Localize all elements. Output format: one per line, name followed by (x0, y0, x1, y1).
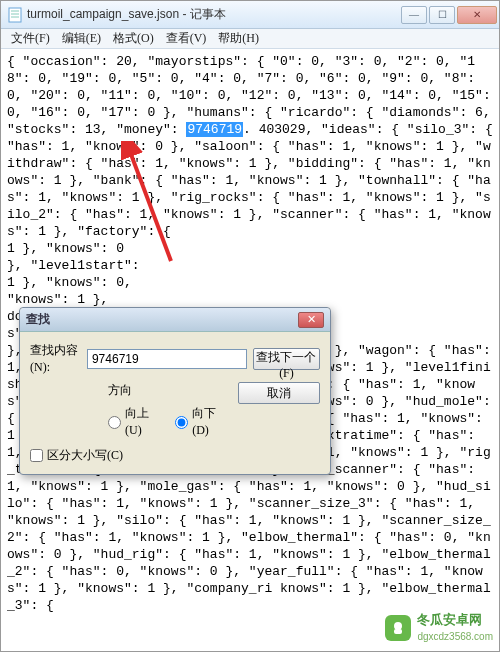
file-content-line: }, "level1start": (7, 258, 140, 273)
direction-up[interactable]: 向上(U) (108, 405, 165, 439)
text-area[interactable]: { "occasion": 20, "mayorstips": { "0": 0… (1, 49, 499, 651)
file-content-post: . 403029, "ideas": { "silo_3": { "has": … (7, 122, 493, 239)
match-case-checkbox[interactable]: 区分大小写(C) (30, 447, 320, 464)
window-titlebar: turmoil_campaign_save.json - 记事本 — ☐ ✕ (1, 1, 499, 29)
menu-view[interactable]: 查看(V) (160, 28, 213, 49)
svg-rect-6 (394, 629, 402, 634)
minimize-button[interactable]: — (401, 6, 427, 24)
file-content-line: "knows": 1 }, (7, 292, 108, 307)
watermark-url: dgxcdz3568.com (417, 628, 493, 645)
search-highlight: 9746719 (186, 122, 243, 137)
watermark-logo-icon (385, 615, 411, 641)
svg-point-5 (394, 622, 402, 630)
window-title: turmoil_campaign_save.json - 记事本 (27, 6, 401, 23)
menu-help[interactable]: 帮助(H) (212, 28, 265, 49)
menu-edit[interactable]: 编辑(E) (56, 28, 107, 49)
menu-format[interactable]: 格式(O) (107, 28, 160, 49)
window-controls: — ☐ ✕ (401, 6, 497, 24)
find-next-button[interactable]: 查找下一个(F) (253, 348, 320, 370)
find-input[interactable] (87, 349, 247, 369)
find-title: 查找 (26, 311, 298, 328)
find-label: 查找内容(N): (30, 342, 87, 376)
find-dialog: 查找 ✕ 查找内容(N): 查找下一个(F) 方向 向上(U) 向下(D) (19, 307, 331, 475)
watermark-name: 冬瓜安卓网 (417, 611, 493, 628)
svg-rect-0 (9, 8, 21, 22)
direction-down[interactable]: 向下(D) (175, 405, 232, 439)
notepad-icon (7, 7, 23, 23)
menu-bar: 文件(F) 编辑(E) 格式(O) 查看(V) 帮助(H) (1, 29, 499, 49)
maximize-button[interactable]: ☐ (429, 6, 455, 24)
find-titlebar[interactable]: 查找 ✕ (20, 308, 330, 332)
close-button[interactable]: ✕ (457, 6, 497, 24)
menu-file[interactable]: 文件(F) (5, 28, 56, 49)
watermark: 冬瓜安卓网 dgxcdz3568.com (385, 611, 493, 645)
file-content-line: 1 }, "knows": 0, (7, 275, 132, 290)
find-close-button[interactable]: ✕ (298, 312, 324, 328)
file-content-line: 1 }, "knows": 0 (7, 241, 124, 256)
find-cancel-button[interactable]: 取消 (238, 382, 320, 404)
direction-label: 方向 (108, 382, 132, 399)
